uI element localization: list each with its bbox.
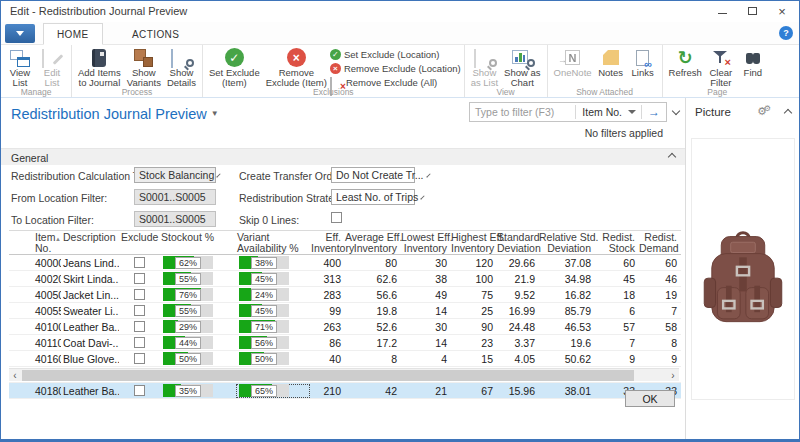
scroll-left-arrow-icon[interactable]: ‹	[9, 369, 21, 382]
exclude-checkbox[interactable]	[134, 321, 145, 332]
column-header-variant[interactable]: VariantAvailability %	[235, 231, 311, 254]
chevron-down-icon[interactable]	[628, 110, 636, 114]
set-exclude-item-button[interactable]: ✓ Set Exclude (Item)	[206, 46, 263, 87]
calc-type-dropdown[interactable]: Stock Balancing	[134, 167, 216, 183]
minimize-button[interactable]	[707, 1, 737, 21]
column-header-highest[interactable]: Highest Eff.Inventory	[451, 231, 497, 254]
cell-variant[interactable]: 65%	[235, 383, 311, 399]
filter-input[interactable]: Type to filter (F3)	[470, 106, 575, 118]
cell-variant[interactable]: 56%	[235, 335, 311, 351]
create-orders-dropdown[interactable]: Do Not Create Tr...	[331, 167, 415, 183]
cell-exclude[interactable]	[119, 303, 159, 319]
exclude-checkbox[interactable]	[134, 337, 145, 348]
cell-variant[interactable]: 24%	[235, 287, 311, 303]
column-header-std_dev[interactable]: StandardDeviation	[497, 231, 539, 254]
help-button[interactable]: ?	[779, 26, 793, 40]
ribbon-group-manage: View List Edit List Manage	[1, 45, 72, 97]
chevron-down-icon	[421, 195, 425, 199]
links-button[interactable]: Links	[627, 46, 659, 78]
cell-stockout[interactable]: 35%	[159, 383, 235, 399]
close-button[interactable]: ×	[767, 1, 797, 21]
maximize-button[interactable]	[737, 1, 767, 21]
cell-variant[interactable]: 71%	[235, 319, 311, 335]
filter-box[interactable]: Type to filter (F3) Item No. →	[469, 102, 667, 122]
column-header-stockout[interactable]: Stockout %	[159, 231, 235, 254]
apply-filter-arrow-icon[interactable]: →	[642, 105, 666, 119]
column-header-item_no[interactable]: ItemNo.▲	[9, 231, 61, 254]
cell-stockout[interactable]: 62%	[159, 255, 235, 271]
cell-stockout[interactable]: 76%	[159, 287, 235, 303]
tab-home[interactable]: HOME	[43, 23, 103, 45]
cell-exclude[interactable]	[119, 319, 159, 335]
column-header-description[interactable]: Description	[61, 231, 119, 254]
column-header-redist_stock[interactable]: Redist.Stock	[595, 231, 639, 254]
cell-stockout[interactable]: 44%	[159, 335, 235, 351]
notes-button[interactable]: Notes	[595, 46, 627, 78]
cell-variant[interactable]: 45%	[235, 271, 311, 287]
table-row-40020[interactable]: 40020Skirt Linda...55%45%31362.63810021.…	[9, 271, 681, 287]
filter-column-select[interactable]: Item No.	[576, 106, 628, 118]
strategy-dropdown[interactable]: Least No. of Trips	[331, 189, 415, 205]
view-list-button[interactable]: View List	[4, 46, 36, 87]
show-as-chart-button[interactable]: Show as Chart	[501, 46, 543, 87]
chevron-down-icon[interactable]	[672, 107, 680, 115]
table-row-40055[interactable]: 40055Sweater Li...55%45%9919.8142516.998…	[9, 303, 681, 319]
cell-variant[interactable]: 50%	[235, 351, 311, 367]
exclude-checkbox[interactable]	[134, 273, 145, 284]
cell-description: Blue Glove...	[61, 351, 119, 367]
general-section-header[interactable]: General	[1, 148, 685, 165]
from-location-field[interactable]: S0001..S0005	[134, 189, 216, 205]
scroll-right-arrow-icon[interactable]: ›	[667, 369, 679, 382]
refresh-button[interactable]: ↻ Refresh	[666, 46, 705, 78]
column-header-rel_std[interactable]: Relative Std.Deviation	[539, 231, 595, 254]
tab-actions[interactable]: ACTIONS	[119, 23, 192, 45]
skip-zero-lines-checkbox[interactable]	[331, 212, 342, 223]
clear-filter-button[interactable]: × Clear Filter	[705, 46, 737, 87]
exclude-checkbox[interactable]	[134, 385, 145, 396]
table-row-40180[interactable]: 40180Leather Ba...35%65%21042216715.9638…	[9, 383, 681, 399]
show-details-button[interactable]: Show Details	[164, 46, 199, 87]
cell-stockout[interactable]: 29%	[159, 319, 235, 335]
column-header-exclude[interactable]: Exclude	[119, 231, 159, 254]
set-exclude-location-button[interactable]: ✓ Set Exclude (Location)	[330, 48, 461, 61]
show-variants-button[interactable]: Show Variants	[124, 46, 164, 87]
scrollbar-thumb[interactable]	[22, 370, 634, 381]
find-button[interactable]: Find	[737, 46, 769, 78]
table-row-40100[interactable]: 40100Leather Ba...29%71%26352.6309024.48…	[9, 319, 681, 335]
exclude-checkbox[interactable]	[134, 289, 145, 300]
app-menu-button[interactable]	[5, 24, 35, 43]
cell-stockout[interactable]: 50%	[159, 351, 235, 367]
chevron-up-icon[interactable]	[784, 109, 792, 117]
table-row-40160[interactable]: 40160Blue Glove...50%50%4084154.0550.629…	[9, 351, 681, 367]
cell-exclude[interactable]	[119, 287, 159, 303]
customize-gears-icon[interactable]: ⚙⚙	[757, 105, 774, 118]
column-header-lowest[interactable]: Lowest Eff.Inventory	[401, 231, 451, 254]
cell-stockout[interactable]: 55%	[159, 303, 235, 319]
column-header-eff[interactable]: Eff.Inventory	[311, 231, 345, 254]
column-header-avg_eff[interactable]: Average Eff.Inventory	[345, 231, 401, 254]
cell-stockout[interactable]: 55%	[159, 271, 235, 287]
column-header-redist_demand[interactable]: Redist.Demand	[639, 231, 681, 254]
cell-exclude[interactable]	[119, 271, 159, 287]
add-items-to-journal-button[interactable]: Add Items to Journal	[75, 46, 124, 87]
cell-exclude[interactable]	[119, 351, 159, 367]
ok-button[interactable]: OK	[625, 390, 675, 407]
link-page-icon	[636, 50, 649, 66]
page-title[interactable]: Redistribution Journal Preview▼	[11, 106, 219, 122]
cell-variant[interactable]: 38%	[235, 255, 311, 271]
remove-exclude-location-button[interactable]: × Remove Exclude (Location)	[330, 62, 461, 75]
horizontal-scrollbar[interactable]: ‹ ›	[9, 368, 679, 381]
table-row-40050[interactable]: 40050Jacket Lin...76%24%28356.649759.521…	[9, 287, 681, 303]
cell-exclude[interactable]	[119, 383, 159, 399]
exclude-checkbox[interactable]	[134, 353, 145, 364]
cell-avg_eff: 56.6	[345, 287, 401, 303]
cell-variant[interactable]: 45%	[235, 303, 311, 319]
table-row-40110[interactable]: 40110Coat Davi-...44%56%8617.214233.3719…	[9, 335, 681, 351]
exclude-checkbox[interactable]	[134, 305, 145, 316]
to-location-field[interactable]: S0001..S0005	[134, 211, 216, 227]
cell-exclude[interactable]	[119, 255, 159, 271]
exclude-checkbox[interactable]	[134, 257, 145, 268]
cell-exclude[interactable]	[119, 335, 159, 351]
remove-exclude-item-button[interactable]: × Remove Exclude (Item)	[263, 46, 330, 87]
table-row-40000[interactable]: 40000Jeans Lind...62%38%400803012029.663…	[9, 255, 681, 271]
